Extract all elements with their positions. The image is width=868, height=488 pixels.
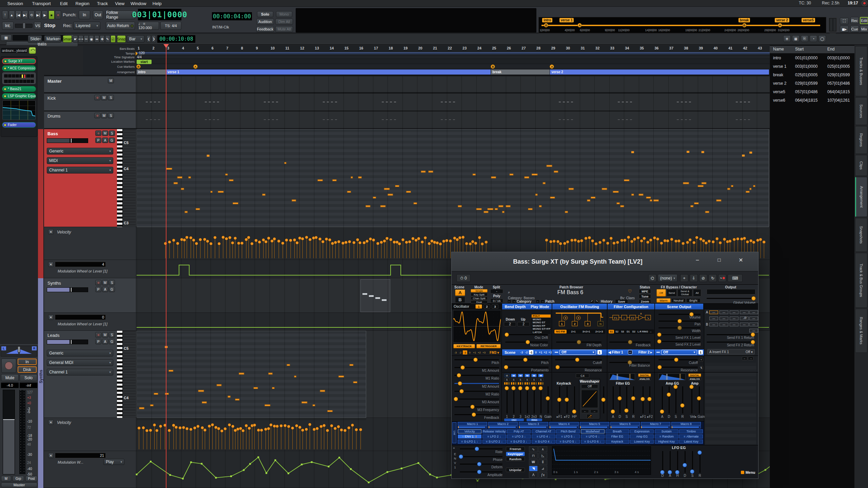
amp-eg-digital[interactable]: DIGITAL — [688, 373, 701, 377]
modsource-latest-key[interactable]: Latest Key — [679, 440, 703, 444]
macro-8[interactable]: Macro 8 — [671, 422, 701, 426]
minimap-marker-verse5[interactable]: verse5 — [802, 18, 815, 22]
slider-resonance[interactable]: Resonance — [555, 365, 602, 372]
fx-return-slider-1[interactable]: Send FX 2 Return — [707, 340, 754, 347]
range-row-0-c1[interactable]: 001|01|0000 — [795, 56, 827, 61]
plugin-virtual-keyboard-icon[interactable]: ⌨ — [728, 274, 743, 282]
keytrack-root[interactable]: C4 — [576, 373, 589, 378]
fx-slot[interactable]: — — [719, 317, 728, 320]
slider-pitch[interactable]: Pitch — [454, 357, 499, 365]
modsource-poly-at[interactable]: Poly AT — [507, 429, 531, 433]
modsource-lfo-3[interactable]: ≡LFO 3↓ — [507, 434, 531, 439]
track-btn-A[interactable]: A — [102, 138, 108, 143]
lfo-shape-7[interactable]: ⊿ — [538, 466, 547, 471]
keytrack-button[interactable]: KEYTRACK — [453, 344, 475, 348]
follow-range-button[interactable]: Follow Range — [106, 11, 135, 19]
playmode-mono[interactable]: MONO — [532, 318, 551, 321]
section-tab-fm[interactable]: Oscillator FM Routing — [552, 304, 607, 309]
osc-octave-+2[interactable]: +2 — [477, 350, 481, 354]
fx-slot[interactable]: — — [749, 323, 758, 326]
vslider-▸f1[interactable] — [557, 386, 562, 414]
macro-2[interactable]: Macro 2 — [488, 422, 518, 426]
modsource-env-1[interactable]: ≡ENV 1⇓ — [458, 434, 481, 439]
track-btn-◉[interactable] — [94, 113, 100, 118]
modsource-amp-eg[interactable]: Amp EG — [630, 434, 654, 439]
rec-page-button[interactable]: Rec — [850, 17, 859, 24]
processor-fader[interactable]: Fader — [2, 122, 36, 128]
group-stripe-synths[interactable]: Synths — [38, 278, 44, 488]
toolbar-undo-history-icon[interactable]: ◔ — [810, 35, 817, 42]
save-button[interactable]: Save — [615, 299, 628, 304]
range-row-3-c2[interactable]: 057|01|0486 — [827, 81, 860, 86]
m-button[interactable]: M — [1, 476, 11, 482]
snap-button[interactable]: Snap — [117, 35, 126, 43]
patch-name[interactable]: FM Bass 6 — [533, 289, 608, 296]
menu-region[interactable]: Region — [72, 0, 93, 7]
fx-slot[interactable]: — — [719, 323, 728, 326]
status-mpe[interactable]: MPE — [639, 289, 651, 293]
sidebar-tab-regions[interactable]: Regions — [855, 126, 867, 154]
track-fader[interactable] — [47, 138, 88, 143]
solo-button[interactable]: Solo — [257, 11, 273, 17]
modsource-lfo-5[interactable]: ≡LFO 5↓ — [556, 434, 580, 439]
vslider-r[interactable] — [680, 386, 685, 414]
lane-close-icon[interactable]: ✕ — [48, 420, 54, 425]
master-output-button[interactable]: Master — [1, 483, 37, 487]
record-indicator-icon[interactable] — [862, 0, 867, 6]
vslider-▸f1[interactable] — [640, 386, 646, 414]
vslider-d[interactable] — [617, 386, 623, 414]
fxbypass-all[interactable]: All — [693, 289, 701, 297]
vslider-2[interactable] — [511, 386, 516, 414]
menu-transport[interactable]: Transport — [27, 0, 56, 7]
fm-route-21[interactable]: 2>1 — [567, 330, 579, 333]
mute-all-button[interactable]: Mute All — [275, 26, 293, 32]
slider-m2-ratio[interactable]: M2 Ratio — [454, 389, 499, 396]
plugin-bypass-icon[interactable]: ⊘ — [699, 274, 707, 282]
osc-octave-+1[interactable]: +1 — [472, 350, 477, 354]
surge-menu-button[interactable]: Menu — [740, 470, 756, 475]
vslider-3[interactable] — [518, 386, 523, 414]
post-button[interactable]: Post — [25, 476, 37, 482]
fx-slot[interactable]: — — [730, 317, 738, 320]
mixer-solo-1x2[interactable]: S — [525, 378, 530, 381]
lane-close-icon[interactable]: ✕ — [48, 453, 54, 458]
scene-octave-0[interactable]: 0 — [534, 350, 538, 354]
track-btn-A[interactable]: A — [102, 339, 108, 344]
macro-4[interactable]: Macro 4 — [549, 422, 579, 426]
tool-audition-button[interactable]: ◉ — [89, 35, 94, 43]
menu-help[interactable]: Help — [149, 0, 165, 7]
modsource-pitch-bend[interactable]: Pitch Bend — [556, 429, 580, 433]
output-display[interactable] — [707, 289, 755, 294]
patch-prev-icon[interactable]: ← — [536, 300, 540, 303]
osc-type-dropdown[interactable]: FM3 ▾ — [488, 350, 501, 355]
solo-strip-button[interactable]: Solo — [20, 374, 37, 381]
vslider-2x3[interactable] — [531, 386, 537, 414]
menu-window[interactable]: Window — [128, 0, 149, 7]
menu-session[interactable]: Session — [3, 0, 27, 7]
menu-edit[interactable]: Edit — [56, 0, 72, 7]
osc-octave-+3[interactable]: +3 — [482, 350, 486, 354]
range-row-4-c1[interactable]: 057|01|0486 — [795, 89, 827, 95]
filter2-link-icon[interactable]: ⇅ — [699, 366, 703, 370]
range-row-5-c2[interactable]: 107|04|1261 — [827, 98, 860, 103]
transport-loop-button[interactable]: ⟲ — [28, 11, 35, 19]
slider-pan[interactable]: Pan — [658, 319, 701, 326]
mixer-mute-1[interactable]: M — [504, 374, 510, 377]
slider-m3-amount[interactable]: M3 Amount — [454, 396, 499, 404]
fx-next-icon[interactable]: → — [748, 357, 753, 360]
osc-tab-2[interactable]: 2 — [484, 304, 490, 309]
macro-1[interactable]: Macro 1 — [458, 422, 487, 426]
shuttle-slider[interactable] — [15, 24, 33, 28]
modsource-lfo-4[interactable]: ≡LFO 4↓ — [532, 434, 555, 439]
transport-go-end-button[interactable]: ▶| — [22, 11, 28, 19]
fx-slot[interactable]: — — [730, 310, 738, 314]
scene-b-button[interactable]: B — [455, 297, 465, 303]
section-tab-bendplay[interactable]: Bend DepthPlay Mode — [502, 304, 552, 309]
osc-octave--3[interactable]: -3 — [453, 350, 458, 354]
mixer-mute-2x3[interactable]: M — [531, 374, 537, 377]
scene-octave-+2[interactable]: +2 — [543, 350, 548, 354]
fm-route-NOFM[interactable]: NO FM — [554, 330, 567, 333]
mixer-solo-1[interactable]: S — [504, 378, 510, 381]
slider-feedback[interactable]: Feedback — [454, 412, 499, 420]
filter-route-D2[interactable]: D2 — [631, 330, 636, 333]
